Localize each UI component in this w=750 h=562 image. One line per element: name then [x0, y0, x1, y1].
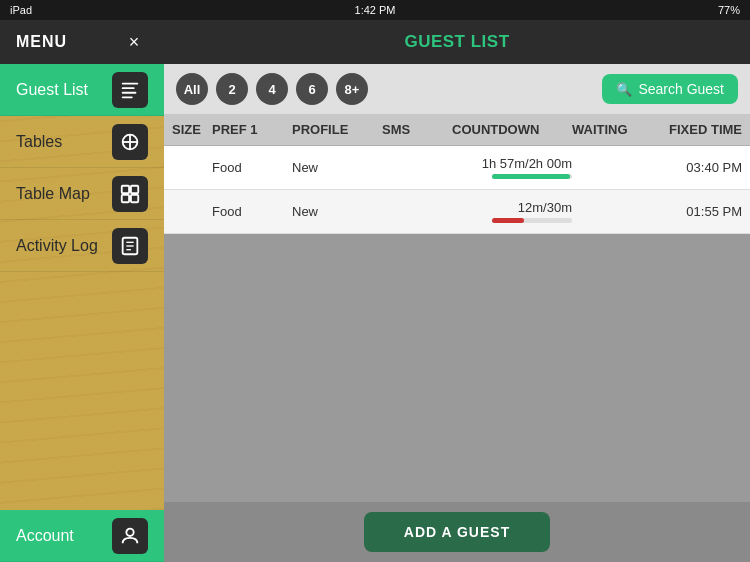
filter-4-button[interactable]: 4: [256, 73, 288, 105]
sidebar-icon-guest-list: [112, 72, 148, 108]
add-guest-button[interactable]: ADD A GUEST: [364, 512, 550, 552]
table-row[interactable]: Food New 1h 57m/2h 00m 03:40 PM: [164, 146, 750, 190]
svg-rect-1: [122, 87, 135, 89]
search-guest-label: Search Guest: [638, 81, 724, 97]
cell-profile-1: New: [292, 160, 382, 175]
close-icon: ×: [129, 32, 140, 53]
cell-profile-2: New: [292, 204, 382, 219]
main-content: GUEST LIST All 2 4 6 8+ 🔍 Search Guest: [164, 20, 750, 562]
menu-title: MENU: [16, 33, 67, 51]
bottom-bar: ADD A GUEST: [164, 502, 750, 562]
close-button[interactable]: ×: [120, 28, 148, 56]
filter-8plus-button[interactable]: 8+: [336, 73, 368, 105]
svg-rect-3: [122, 96, 133, 98]
countdown-bar-container-2: [492, 218, 572, 223]
cell-pref-1: Food: [212, 160, 292, 175]
table-header: SIZE PREF 1 PROFILE SMS COUNTDOWN WAITIN…: [164, 114, 750, 146]
tables-icon: [119, 131, 141, 153]
sidebar-item-account[interactable]: Account: [0, 510, 164, 562]
top-bar: GUEST LIST: [164, 20, 750, 64]
table-row[interactable]: Food New 12m/30m 01:55 PM: [164, 190, 750, 234]
sidebar-icon-activity-log: [112, 228, 148, 264]
col-header-waiting: WAITING: [572, 122, 652, 137]
list-icon: [119, 79, 141, 101]
search-icon: 🔍: [616, 82, 632, 97]
sidebar-item-label-activity-log: Activity Log: [16, 237, 112, 255]
countdown-text-2: 12m/30m: [518, 200, 572, 215]
sidebar-icon-table-map: [112, 176, 148, 212]
table-body: Food New 1h 57m/2h 00m 03:40 PM Food New: [164, 146, 750, 502]
svg-rect-2: [122, 91, 137, 93]
svg-rect-7: [122, 185, 129, 192]
col-header-pref1: PREF 1: [212, 122, 292, 137]
sidebar: MENU × Guest List Tables: [0, 20, 164, 562]
cell-fixed-2: 01:55 PM: [652, 204, 742, 219]
col-header-fixed-time: FIXED TIME: [652, 122, 742, 137]
nav-items: Guest List Tables: [0, 64, 164, 562]
menu-header: MENU ×: [0, 20, 164, 64]
filter-bar: All 2 4 6 8+ 🔍 Search Guest: [164, 64, 750, 114]
countdown-bar-1: [492, 174, 570, 179]
svg-rect-0: [122, 82, 139, 84]
col-header-sms: SMS: [382, 122, 452, 137]
sidebar-item-label-tables: Tables: [16, 133, 112, 151]
battery-label: 77%: [718, 4, 740, 16]
svg-rect-8: [131, 185, 138, 192]
sidebar-icon-tables: [112, 124, 148, 160]
filter-6-button[interactable]: 6: [296, 73, 328, 105]
countdown-text-1: 1h 57m/2h 00m: [482, 156, 572, 171]
sidebar-icon-account: [112, 518, 148, 554]
cell-pref-2: Food: [212, 204, 292, 219]
svg-rect-9: [122, 194, 129, 201]
cell-fixed-1: 03:40 PM: [652, 160, 742, 175]
nav-divider: [0, 272, 164, 288]
sidebar-item-guest-list[interactable]: Guest List: [0, 64, 164, 116]
col-header-countdown: COUNTDOWN: [452, 122, 572, 137]
time-label: 1:42 PM: [355, 4, 396, 16]
page-title: GUEST LIST: [404, 32, 509, 52]
carrier-label: iPad: [10, 4, 32, 16]
sidebar-item-tables[interactable]: Tables: [0, 116, 164, 168]
filter-all-button[interactable]: All: [176, 73, 208, 105]
app-container: MENU × Guest List Tables: [0, 20, 750, 562]
col-header-size: SIZE: [172, 122, 212, 137]
filter-2-button[interactable]: 2: [216, 73, 248, 105]
sidebar-item-label-guest-list: Guest List: [16, 81, 112, 99]
countdown-bar-2: [492, 218, 524, 223]
sidebar-item-table-map[interactable]: Table Map: [0, 168, 164, 220]
status-bar: iPad 1:42 PM 77%: [0, 0, 750, 20]
search-guest-button[interactable]: 🔍 Search Guest: [602, 74, 738, 104]
sidebar-item-label-account: Account: [16, 527, 112, 545]
countdown-bar-container-1: [492, 174, 572, 179]
cell-countdown-2: 12m/30m: [452, 200, 572, 223]
col-header-profile: PROFILE: [292, 122, 382, 137]
status-bar-right: 77%: [718, 4, 740, 16]
svg-rect-10: [131, 194, 138, 201]
sidebar-item-label-table-map: Table Map: [16, 185, 112, 203]
svg-point-15: [126, 528, 133, 535]
account-icon: [119, 525, 141, 547]
cell-countdown-1: 1h 57m/2h 00m: [452, 156, 572, 179]
map-icon: [119, 183, 141, 205]
log-icon: [119, 235, 141, 257]
sidebar-item-activity-log[interactable]: Activity Log: [0, 220, 164, 272]
